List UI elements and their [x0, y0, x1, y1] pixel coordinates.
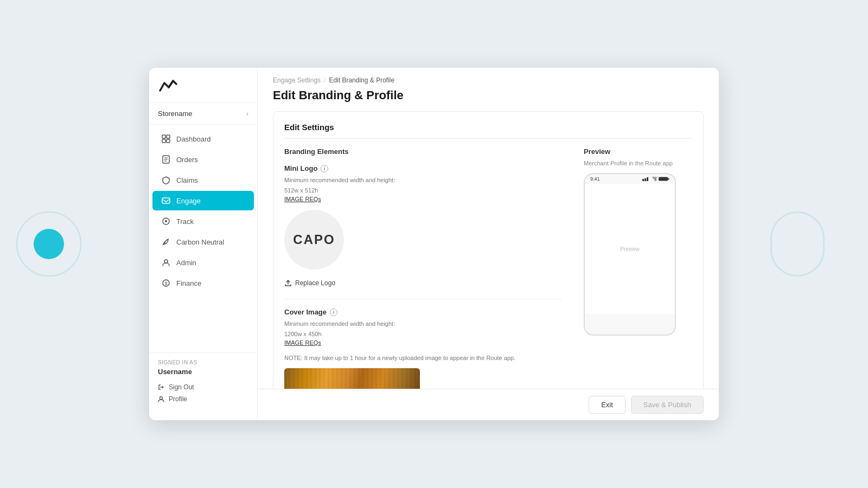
branding-elements-label: Branding Elements: [284, 147, 348, 156]
sidebar-item-track[interactable]: Track: [152, 211, 254, 231]
sidebar-item-dashboard[interactable]: Dashboard: [152, 129, 254, 149]
phone-screen: Preview: [585, 184, 675, 314]
phone-mockup: 9:41: [584, 173, 676, 336]
breadcrumb: Engage Settings / Edit Branding & Profil…: [273, 76, 704, 84]
profile-icon: [158, 396, 164, 402]
dashboard-label: Dashboard: [176, 135, 211, 143]
orders-icon: [161, 155, 171, 164]
engage-label: Engage: [176, 197, 201, 205]
cover-image-note: NOTE: It may take up to 1 hour for a new…: [284, 354, 562, 363]
replace-logo-button[interactable]: Replace Logo: [284, 276, 335, 290]
leaf-icon: [161, 237, 171, 247]
bg-circle-dot: [34, 229, 64, 259]
finance-label: Finance: [176, 279, 201, 287]
store-name-label: Storename: [158, 110, 193, 118]
sign-out-text: Sign Out: [169, 383, 194, 391]
nav-menu: Dashboard Orders: [149, 125, 257, 352]
store-switcher[interactable]: Storename ›: [149, 103, 257, 125]
cover-image-preview: [284, 368, 420, 389]
svg-rect-18: [644, 178, 646, 181]
profile-link[interactable]: Profile: [158, 393, 248, 405]
replace-logo-text: Replace Logo: [295, 279, 335, 287]
page-header: Engage Settings / Edit Branding & Profil…: [258, 68, 719, 111]
breadcrumb-separator: /: [324, 76, 326, 84]
svg-point-10: [165, 220, 167, 222]
main-window: Storename › Dashboard: [149, 68, 719, 420]
username-display: Username: [158, 368, 248, 376]
cover-image-reqs-link[interactable]: IMAGE REQs: [284, 339, 562, 346]
svg-text:$: $: [164, 281, 167, 286]
sign-out-link[interactable]: Sign Out: [158, 381, 248, 393]
sidebar-footer: Signed In As Username Sign Out: [149, 352, 257, 412]
cover-image-info-icon[interactable]: i: [330, 309, 337, 316]
cover-image-text: Cover Image: [284, 308, 327, 316]
svg-rect-2: [162, 139, 165, 143]
chevron-right-icon: ›: [246, 110, 248, 118]
bg-arc-decoration: [770, 211, 825, 277]
footer-bar: Exit Save & Publish: [258, 389, 719, 420]
sign-out-icon: [158, 384, 164, 390]
svg-rect-8: [162, 198, 170, 203]
sidebar-item-claims[interactable]: Claims: [152, 170, 254, 190]
cover-image-label: Cover Image i: [284, 308, 562, 316]
svg-point-16: [160, 397, 163, 400]
svg-rect-17: [642, 179, 644, 181]
svg-rect-3: [167, 139, 170, 143]
claims-label: Claims: [176, 176, 198, 184]
mini-logo-hint: Minimum recommended width and height:: [284, 176, 562, 185]
svg-rect-19: [647, 177, 648, 181]
preview-column: Preview Merchant Profile in the Route ap…: [584, 147, 692, 389]
orders-label: Orders: [176, 156, 198, 164]
finance-icon: $: [161, 278, 171, 288]
branding-elements-column: Branding Elements Mini Logo i Minimum re…: [284, 147, 562, 389]
track-label: Track: [176, 217, 194, 226]
upload-icon: [284, 279, 292, 287]
mini-logo-dimensions: 512w x 512h: [284, 186, 562, 195]
phone-status-bar: 9:41: [585, 174, 675, 184]
sidebar-item-engage[interactable]: Engage: [152, 191, 254, 210]
svg-point-12: [164, 260, 168, 263]
section-title: Edit Settings: [284, 123, 692, 139]
cover-image-dimensions: 1200w x 450h: [284, 330, 562, 339]
svg-rect-0: [162, 135, 165, 138]
sidebar: Storename › Dashboard: [149, 68, 258, 420]
claims-icon: [161, 175, 171, 185]
route-logo-icon: [158, 79, 177, 94]
svg-rect-20: [659, 177, 668, 181]
admin-icon: [161, 258, 171, 267]
engage-icon: [161, 196, 171, 206]
sidebar-item-carbon-neutral[interactable]: Carbon Neutral: [152, 232, 254, 252]
sidebar-item-finance[interactable]: $ Finance: [152, 273, 254, 293]
logo-preview: CAPO: [284, 210, 344, 269]
sidebar-item-admin[interactable]: Admin: [152, 253, 254, 272]
breadcrumb-parent[interactable]: Engage Settings: [273, 76, 321, 84]
phone-time: 9:41: [590, 176, 600, 182]
mini-logo-info-icon[interactable]: i: [321, 165, 328, 172]
field-divider: [284, 299, 562, 299]
exit-button[interactable]: Exit: [589, 396, 626, 414]
main-content: Engage Settings / Edit Branding & Profil…: [258, 68, 719, 420]
mini-logo-text: Mini Logo: [284, 164, 317, 172]
grid-icon: [161, 134, 171, 144]
preview-header: Preview: [584, 147, 692, 156]
sidebar-item-orders[interactable]: Orders: [152, 150, 254, 169]
profile-text: Profile: [169, 395, 187, 403]
phone-status-icons: [642, 177, 669, 181]
carbon-neutral-label: Carbon Neutral: [176, 238, 224, 246]
breadcrumb-current: Edit Branding & Profile: [329, 76, 394, 84]
page-title: Edit Branding & Profile: [273, 88, 704, 102]
content-area: Edit Settings Branding Elements Mini Log…: [258, 111, 719, 389]
preview-sub-label: Merchant Profile in the Route app: [584, 160, 692, 166]
phone-preview-text: Preview: [620, 246, 640, 252]
svg-rect-21: [668, 178, 669, 180]
signed-in-label: Signed In As: [158, 359, 248, 365]
svg-rect-1: [167, 135, 170, 138]
edit-settings-section: Edit Settings Branding Elements Mini Log…: [273, 111, 704, 389]
mini-logo-reqs-link[interactable]: IMAGE REQs: [284, 196, 562, 202]
cover-image-hint: Minimum recommended width and height:: [284, 319, 562, 329]
mini-logo-label: Mini Logo i: [284, 164, 562, 172]
logo-text: CAPO: [293, 232, 335, 247]
save-publish-button[interactable]: Save & Publish: [631, 396, 704, 414]
admin-label: Admin: [176, 259, 196, 267]
branding-elements-header: Branding Elements: [284, 147, 562, 156]
